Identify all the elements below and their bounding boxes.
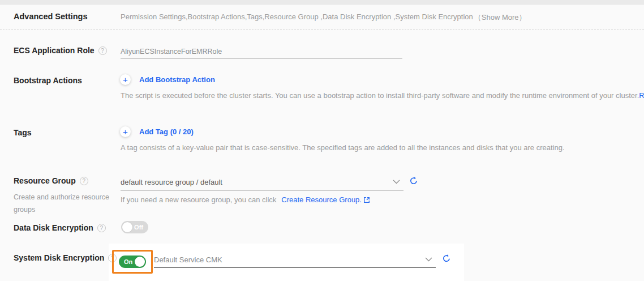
ecs-role-input[interactable]: AliyunECSInstanceForEMRRole (121, 45, 402, 58)
system-disk-encryption-label-text: System Disk Encryption (14, 253, 104, 262)
help-icon[interactable]: ? (98, 46, 107, 55)
plus-icon: + (120, 126, 131, 137)
refresh-icon[interactable] (442, 254, 451, 263)
data-disk-encryption-label-text: Data Disk Encryption (14, 223, 93, 232)
add-tag-button[interactable]: + Add Tag (0 / 20) (120, 126, 194, 137)
refresh-icon[interactable] (409, 176, 418, 185)
add-tag-label: Add Tag (0 / 20) (139, 127, 194, 136)
help-icon[interactable]: ? (97, 224, 106, 232)
tags-label-text: Tags (14, 128, 32, 137)
chevron-down-icon (425, 257, 432, 262)
ecs-role-label-text: ECS Application Role (14, 46, 95, 55)
references-link[interactable]: References (639, 91, 644, 100)
resource-group-label-text: Resource Group (14, 176, 76, 185)
resource-group-helper: If you need a new resource group, you ca… (121, 195, 370, 204)
bootstrap-description: The script is executed before the cluste… (121, 91, 644, 100)
highlight-box: On (112, 250, 153, 274)
section-title: Advanced Settings (14, 12, 88, 21)
bootstrap-description-text: The script is executed before the cluste… (121, 91, 639, 100)
toggle-state-label: On (124, 258, 132, 265)
system-disk-cmk-selected-value: Default Service CMK (154, 256, 222, 264)
resource-group-side-note: Create and authorize resource groups (14, 191, 110, 216)
resource-group-helper-text: If you need a new resource group, you ca… (121, 195, 276, 204)
bootstrap-label-text: Bootstrap Actions (14, 76, 82, 85)
toggle-knob (122, 222, 132, 232)
data-disk-encryption-label: Data Disk Encryption ? (14, 223, 106, 232)
help-icon[interactable]: ? (80, 177, 88, 185)
add-bootstrap-action-button[interactable]: + Add Bootstrap Action (120, 74, 215, 85)
system-disk-cmk-select[interactable]: Default Service CMK (154, 252, 436, 268)
toggle-knob (135, 257, 145, 267)
toggle-state-label: Off (134, 224, 143, 231)
ecs-role-value: AliyunECSInstanceForEMRRole (121, 45, 402, 56)
section-divider (0, 29, 644, 30)
system-disk-encryption-label: System Disk Encryption ? (14, 253, 117, 262)
system-disk-encryption-toggle[interactable]: On (119, 256, 146, 268)
show-more-link[interactable]: （Show More） (474, 12, 526, 23)
add-bootstrap-action-label: Add Bootstrap Action (139, 75, 215, 84)
tags-description: A tag consists of a key-value pair that … (121, 143, 565, 152)
external-link-icon (363, 197, 370, 203)
section-summary-text: Permission Settings,Bootstrap Actions,Ta… (121, 12, 473, 23)
resource-group-select[interactable]: default resource group / default (121, 174, 403, 190)
plus-icon: + (120, 74, 131, 85)
resource-group-selected-value: default resource group / default (121, 178, 222, 186)
top-strip (0, 0, 644, 5)
ecs-role-label: ECS Application Role ? (14, 46, 107, 55)
section-summary: Permission Settings,Bootstrap Actions,Ta… (121, 12, 526, 23)
create-resource-group-link[interactable]: Create Resource Group. (281, 195, 362, 204)
tags-label: Tags (14, 128, 32, 137)
bootstrap-label: Bootstrap Actions (14, 76, 82, 85)
chevron-down-icon (393, 180, 400, 184)
data-disk-encryption-toggle[interactable]: Off (121, 221, 148, 233)
resource-group-label: Resource Group ? (14, 176, 88, 185)
